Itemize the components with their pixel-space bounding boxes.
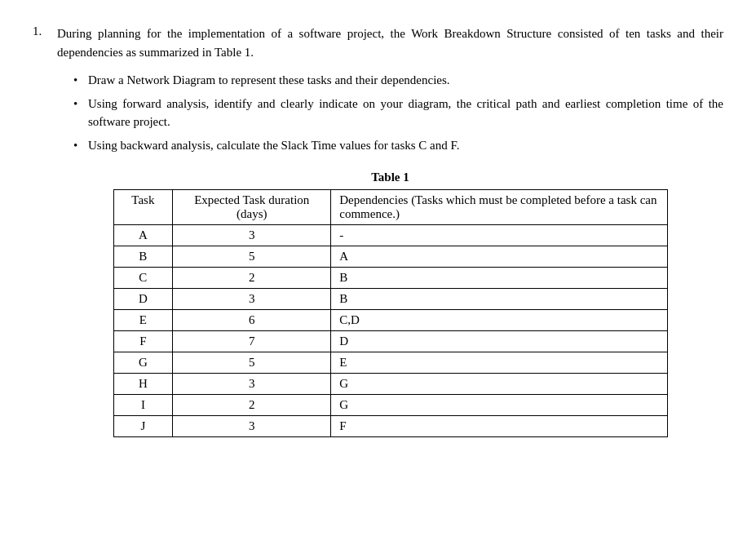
bullet-item-2: • Using forward analysis, identify and c…: [73, 95, 723, 131]
dependencies-cell-J: F: [331, 416, 667, 437]
duration-cell-G: 5: [173, 352, 331, 374]
duration-cell-C: 2: [173, 268, 331, 289]
task-cell-E: E: [113, 310, 173, 331]
dependencies-cell-F: D: [331, 331, 667, 352]
dependencies-cell-C: B: [331, 268, 667, 289]
bullet-item-3: • Using backward analysis, calculate the…: [73, 136, 723, 155]
bullet-text-1: Draw a Network Diagram to represent thes…: [88, 71, 723, 90]
bullet-item-1: • Draw a Network Diagram to represent th…: [73, 71, 723, 90]
dependencies-cell-B: A: [331, 246, 667, 268]
table-row: I2G: [113, 395, 667, 416]
task-cell-D: D: [113, 289, 173, 310]
duration-cell-F: 7: [173, 331, 331, 352]
duration-cell-B: 5: [173, 246, 331, 268]
duration-cell-J: 3: [173, 416, 331, 437]
dependencies-cell-I: G: [331, 395, 667, 416]
duration-cell-E: 6: [173, 310, 331, 331]
task-cell-B: B: [113, 246, 173, 268]
task-cell-G: G: [113, 352, 173, 374]
task-cell-J: J: [113, 416, 173, 437]
dependencies-cell-H: G: [331, 374, 667, 395]
table-row: H3G: [113, 374, 667, 395]
header-dependencies: Dependencies (Tasks which must be comple…: [331, 190, 667, 225]
table-section: Table 1 Task Expected Task duration (day…: [57, 171, 723, 437]
table-row: J3F: [113, 416, 667, 437]
task-cell-A: A: [113, 225, 173, 246]
table-row: A3-: [113, 225, 667, 246]
task-cell-H: H: [113, 374, 173, 395]
question-number: 1.: [33, 24, 49, 437]
table-row: E6C,D: [113, 310, 667, 331]
bullet-symbol-2: •: [73, 95, 82, 131]
bullet-list: • Draw a Network Diagram to represent th…: [57, 71, 723, 154]
question-content: During planning for the implementation o…: [57, 24, 723, 437]
bullet-text-2: Using forward analysis, identify and cle…: [88, 95, 723, 131]
dependencies-cell-E: C,D: [331, 310, 667, 331]
table-row: C2B: [113, 268, 667, 289]
header-duration: Expected Task duration (days): [173, 190, 331, 225]
duration-cell-D: 3: [173, 289, 331, 310]
dependencies-cell-A: -: [331, 225, 667, 246]
task-cell-I: I: [113, 395, 173, 416]
dependencies-cell-D: B: [331, 289, 667, 310]
bullet-text-3: Using backward analysis, calculate the S…: [88, 136, 723, 155]
question-intro: During planning for the implementation o…: [57, 24, 723, 61]
bullet-symbol-1: •: [73, 71, 82, 90]
table-body: A3-B5AC2BD3BE6C,DF7DG5EH3GI2GJ3F: [113, 225, 667, 437]
bullet-symbol-3: •: [73, 136, 82, 155]
task-table: Task Expected Task duration (days) Depen…: [113, 189, 668, 437]
dependencies-cell-G: E: [331, 352, 667, 374]
table-row: G5E: [113, 352, 667, 374]
duration-cell-H: 3: [173, 374, 331, 395]
table-header-row: Task Expected Task duration (days) Depen…: [113, 190, 667, 225]
duration-cell-I: 2: [173, 395, 331, 416]
duration-cell-A: 3: [173, 225, 331, 246]
table-row: B5A: [113, 246, 667, 268]
header-task: Task: [113, 190, 173, 225]
table-row: D3B: [113, 289, 667, 310]
task-cell-C: C: [113, 268, 173, 289]
question-container: 1. During planning for the implementatio…: [33, 24, 723, 437]
task-cell-F: F: [113, 331, 173, 352]
table-title: Table 1: [57, 171, 723, 184]
table-row: F7D: [113, 331, 667, 352]
